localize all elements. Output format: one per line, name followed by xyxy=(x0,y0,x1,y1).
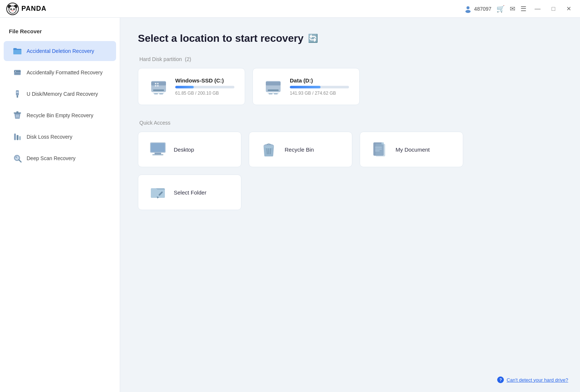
svg-rect-47 xyxy=(155,153,161,154)
svg-rect-44 xyxy=(268,93,279,94)
svg-rect-14 xyxy=(15,73,20,74)
svg-rect-48 xyxy=(152,154,163,155)
folder-icon xyxy=(13,46,22,56)
svg-rect-25 xyxy=(19,136,21,140)
svg-rect-41 xyxy=(268,89,279,91)
svg-rect-31 xyxy=(153,89,164,91)
close-button[interactable]: ✕ xyxy=(563,4,574,14)
sidebar-item-label-recycle-bin-empty: Recycle Bin Empty Recovery xyxy=(27,112,94,118)
svg-line-27 xyxy=(19,160,21,162)
svg-rect-17 xyxy=(16,92,18,93)
sidebar-item-label-accidentally-formatted: Accidentally Formatted Recovery xyxy=(27,70,102,75)
logo-area: PANDA xyxy=(6,2,47,16)
quick-card-select-folder[interactable]: Select Folder xyxy=(138,175,241,210)
disk-d-size: 141.93 GB / 274.62 GB xyxy=(290,91,349,96)
svg-point-8 xyxy=(14,9,14,10)
user-id: 487097 xyxy=(474,6,492,12)
sidebar-item-label-disk-loss: Disk Loss Recovery xyxy=(27,134,72,140)
sidebar-item-accidental-deletion[interactable]: Accidental Deletion Recovery xyxy=(4,41,116,61)
svg-point-9 xyxy=(467,6,469,9)
refresh-icon[interactable]: 🔄 xyxy=(308,34,318,43)
disk-c-progress-fill xyxy=(175,86,194,88)
svg-point-10 xyxy=(465,10,471,13)
disk-loss-icon xyxy=(13,132,22,142)
sidebar-item-disk-loss[interactable]: Disk Loss Recovery xyxy=(4,127,116,147)
svg-point-13 xyxy=(15,71,16,72)
svg-rect-37 xyxy=(155,85,156,87)
recycle-bin-quick-icon xyxy=(260,140,278,159)
mail-button[interactable]: ✉ xyxy=(510,5,515,13)
svg-rect-46 xyxy=(151,143,165,152)
sidebar-item-label-accidental-deletion: Accidental Deletion Recovery xyxy=(27,48,94,54)
maximize-button[interactable]: □ xyxy=(549,4,558,14)
titlebar: PANDA 487097 🛒 ✉ ☰ — □ ✕ xyxy=(0,0,580,18)
disk-c-info: Windows-SSD (C:) 61.85 GB / 200.10 GB xyxy=(175,77,234,96)
user-icon xyxy=(464,5,472,13)
menu-button[interactable]: ☰ xyxy=(520,5,526,13)
disk-icon-c xyxy=(149,77,169,97)
recycle-bin-icon xyxy=(13,111,22,120)
disk-d-info: Data (D:) 141.93 GB / 274.62 GB xyxy=(290,77,349,96)
quick-card-my-document[interactable]: My Document xyxy=(360,132,463,167)
drive-icon-formatted xyxy=(13,68,22,77)
svg-rect-12 xyxy=(14,71,21,72)
main-content: Select a location to start recovery 🔄 Ha… xyxy=(120,18,580,392)
svg-rect-38 xyxy=(157,85,159,87)
disk-card-c[interactable]: Windows-SSD (C:) 61.85 GB / 200.10 GB xyxy=(138,68,245,105)
select-folder-icon xyxy=(149,183,167,202)
svg-rect-34 xyxy=(153,93,164,94)
page-title: Select a location to start recovery 🔄 xyxy=(138,33,562,44)
svg-rect-23 xyxy=(14,134,16,140)
disk-icon-d xyxy=(263,77,283,97)
sidebar-item-recycle-bin-empty[interactable]: Recycle Bin Empty Recovery xyxy=(4,105,116,125)
svg-rect-35 xyxy=(155,83,156,84)
quick-grid: Desktop Recycle Bin xyxy=(138,132,562,210)
deep-scan-icon xyxy=(13,153,22,163)
logo-text: PANDA xyxy=(21,5,47,13)
quick-card-recycle-bin-label: Recycle Bin xyxy=(285,146,314,153)
cart-button[interactable]: 🛒 xyxy=(496,5,505,13)
disk-card-d[interactable]: Data (D:) 141.93 GB / 274.62 GB xyxy=(252,68,360,105)
sidebar: File Recover Accidental Deletion Recover… xyxy=(0,18,120,392)
sidebar-section-title: File Recover xyxy=(0,28,120,40)
disk-c-progress-bar xyxy=(175,86,234,88)
user-area: 487097 xyxy=(464,5,492,13)
desktop-icon xyxy=(149,140,167,159)
sidebar-item-accidentally-formatted[interactable]: Accidentally Formatted Recovery xyxy=(4,62,116,82)
disk-d-progress-bar xyxy=(290,86,349,88)
disk-c-size: 61.85 GB / 200.10 GB xyxy=(175,91,234,96)
disk-grid: Windows-SSD (C:) 61.85 GB / 200.10 GB xyxy=(138,68,562,105)
quick-card-my-document-label: My Document xyxy=(396,146,430,153)
svg-rect-18 xyxy=(14,112,21,114)
quick-card-recycle-bin[interactable]: Recycle Bin xyxy=(249,132,352,167)
quick-card-desktop[interactable]: Desktop xyxy=(138,132,241,167)
sidebar-item-label-deep-scan: Deep Scan Recovery xyxy=(27,155,75,161)
disk-d-progress-fill xyxy=(290,86,320,88)
quick-access-section-label: Quick Access xyxy=(138,120,562,126)
svg-rect-16 xyxy=(17,95,18,98)
disk-c-name: Windows-SSD (C:) xyxy=(175,77,234,84)
svg-rect-19 xyxy=(16,111,18,112)
sidebar-item-u-disk[interactable]: U Disk/Memory Card Recovery xyxy=(4,84,116,104)
panda-logo-icon xyxy=(6,2,19,16)
svg-point-3 xyxy=(9,6,16,13)
svg-rect-56 xyxy=(376,144,385,156)
svg-rect-40 xyxy=(266,82,281,85)
help-icon: ? xyxy=(497,376,504,383)
svg-point-50 xyxy=(264,144,274,148)
svg-point-28 xyxy=(16,156,17,158)
minimize-button[interactable]: — xyxy=(532,4,543,14)
usb-icon xyxy=(13,89,22,99)
svg-point-6 xyxy=(11,10,14,11)
quick-card-select-folder-label: Select Folder xyxy=(174,189,206,196)
app-body: File Recover Accidental Deletion Recover… xyxy=(0,18,580,392)
svg-rect-24 xyxy=(17,135,18,140)
titlebar-controls: 487097 🛒 ✉ ☰ — □ ✕ xyxy=(464,4,574,14)
hard-disk-section-label: Hard Disk partition (2) xyxy=(138,56,562,62)
my-document-icon xyxy=(370,140,389,159)
disk-d-name: Data (D:) xyxy=(290,77,349,84)
svg-point-7 xyxy=(11,9,11,10)
sidebar-item-label-u-disk: U Disk/Memory Card Recovery xyxy=(27,91,98,97)
sidebar-item-deep-scan[interactable]: Deep Scan Recovery xyxy=(4,148,116,168)
help-link[interactable]: ? Can't detect your hard drive? xyxy=(497,376,568,383)
